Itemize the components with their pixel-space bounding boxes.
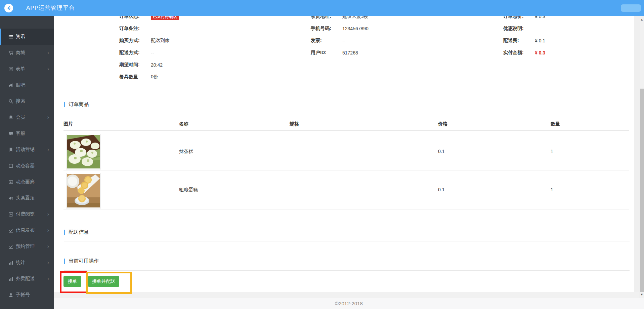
sidebar: 资讯 商城 › 表单 › 贴吧 搜索	[0, 16, 54, 309]
horizontal-scrollbar[interactable]	[54, 292, 639, 298]
section-accent-bar	[64, 259, 65, 264]
sidebar-item-statistics[interactable]: 统计 ›	[0, 255, 54, 271]
search-icon	[8, 99, 13, 104]
field-paid-amount: 实付金额: ¥ 0.3	[503, 47, 545, 59]
field-value: 20:42	[151, 62, 163, 68]
order-detail-panel: 订单状态: 已支付待确认 订单备注: 购买方式: 配送到家 配送方式: -- 期…	[54, 0, 634, 292]
sidebar-item-forms[interactable]: 表单 ›	[0, 61, 54, 77]
arrow-left-icon	[6, 6, 11, 10]
chevron-right-icon: ›	[47, 260, 49, 265]
scroll-down-arrow-icon[interactable]: ▼	[640, 292, 644, 297]
field-delivery-method: 配送方式: --	[119, 47, 179, 59]
chevron-right-icon: ›	[47, 66, 49, 72]
divider	[64, 113, 630, 113]
sidebar-item-marketing[interactable]: 活动营销 ›	[0, 142, 54, 158]
product-image-matcha	[66, 134, 101, 169]
section-title-goods: 订单商品	[64, 101, 89, 108]
sidebar-item-news[interactable]: 资讯	[0, 29, 54, 45]
chevron-right-icon: ›	[47, 50, 49, 55]
sidebar-item-dynamic-gallery[interactable]: 动态画廊	[0, 174, 54, 190]
app-window: 订单状态: 已支付待确认 订单备注: 购买方式: 配送到家 配送方式: -- 期…	[0, 0, 644, 309]
container-icon	[8, 163, 13, 168]
field-value: --	[151, 50, 154, 55]
sidebar-item-label: 会员	[16, 114, 25, 120]
sidebar-item-label: 头条置顶	[16, 195, 35, 201]
table-row-divider	[63, 170, 629, 170]
field-value: ¥ 0.1	[535, 38, 545, 43]
field-value: --	[342, 38, 345, 43]
sidebar-item-mall[interactable]: 商城 ›	[0, 45, 54, 61]
field-value: 0份	[151, 74, 158, 80]
field-invoice: 发票: --	[311, 35, 369, 47]
sidebar-item-label: 动态容器	[16, 163, 35, 169]
chevron-right-icon: ›	[47, 211, 49, 217]
product-name: 粗粮蛋糕	[179, 187, 198, 193]
table-bottom-divider	[63, 209, 629, 209]
app-title: APP运营管理平台	[26, 0, 75, 16]
col-header-qty: 数量	[551, 121, 560, 127]
sidebar-item-takeout-delivery[interactable]: 外卖配送 ›	[0, 271, 54, 287]
sidebar-item-info-publish[interactable]: 信息发布 ›	[0, 222, 54, 238]
col-header-price: 价格	[438, 121, 447, 127]
user-icon	[8, 292, 13, 298]
whole-grain-cake-photo	[67, 174, 100, 207]
section-title-text: 订单商品	[69, 101, 89, 108]
field-label: 优惠说明:	[503, 26, 535, 32]
section-title-text: 配送信息	[69, 229, 89, 235]
field-label: 订单备注:	[119, 26, 151, 32]
order-detail-col-2: 收货地址: 建设大厦3楼 手机号码: 1234567890 发票: -- 用户I…	[311, 10, 369, 59]
scroll-up-arrow-icon[interactable]: ▲	[640, 17, 644, 22]
paid-amount-value: ¥ 0.3	[535, 50, 545, 55]
sidebar-item-dynamic-container[interactable]: 动态容器	[0, 158, 54, 174]
field-label: 餐具数量:	[119, 74, 151, 80]
sidebar-item-label: 活动营销	[16, 147, 35, 153]
chevron-right-icon: ›	[47, 147, 49, 152]
accept-order-button[interactable]: 接单	[63, 276, 81, 287]
header-divider	[54, 0, 54, 16]
col-header-name: 名称	[179, 121, 188, 127]
order-detail-col-3: 订单总价: ¥ 0.3 优惠说明: 配送费: ¥ 0.1 实付金额: ¥ 0.3	[503, 10, 545, 59]
field-label: 配送费:	[503, 38, 535, 44]
chevron-right-icon: ›	[47, 228, 49, 233]
section-accent-bar	[64, 102, 65, 107]
delivery-icon	[8, 276, 13, 281]
sidebar-item-label: 外卖配送	[16, 276, 35, 282]
field-value: 517268	[342, 50, 358, 55]
header-user-chip[interactable]	[621, 4, 641, 12]
sidebar-item-label: 商城	[16, 50, 25, 56]
scrollbar-thumb[interactable]	[640, 88, 644, 292]
sidebar-item-headline-pin[interactable]: 头条置顶	[0, 190, 54, 206]
form-icon	[8, 66, 13, 72]
field-label: 配送方式:	[119, 50, 151, 56]
back-button[interactable]	[4, 4, 13, 12]
product-price: 0.1	[438, 187, 444, 192]
accept-and-deliver-button[interactable]: 接单并配送	[88, 276, 119, 287]
vertical-scrollbar[interactable]: ▲ ▼	[640, 16, 644, 298]
sidebar-item-paid-reading[interactable]: 付费阅览 ›	[0, 206, 54, 222]
inner-scrollbar-track[interactable]	[634, 16, 640, 298]
sidebar-item-booking[interactable]: 预约管理 ›	[0, 238, 54, 255]
sidebar-item-label: 子帐号	[16, 292, 30, 298]
sidebar-item-members[interactable]: 会员 ›	[0, 109, 54, 125]
sidebar-item-label: 贴吧	[16, 82, 25, 88]
sidebar-item-sub-accounts[interactable]: 子帐号	[0, 287, 54, 303]
section-title-actions: 当前可用操作	[64, 258, 99, 264]
sidebar-item-label: 表单	[16, 66, 25, 72]
field-expected-time: 期望时间: 20:42	[119, 59, 179, 71]
bookmark-icon	[8, 147, 13, 152]
sidebar-item-search[interactable]: 搜索	[0, 93, 54, 109]
gallery-icon	[8, 179, 13, 185]
section-title-text: 当前可用操作	[69, 258, 99, 264]
chat-icon	[8, 131, 13, 136]
field-buy-method: 购买方式: 配送到家	[119, 35, 179, 47]
sidebar-item-support[interactable]: 客服	[0, 125, 54, 142]
sidebar-item-forum[interactable]: 贴吧	[0, 77, 54, 93]
product-qty: 1	[551, 187, 553, 192]
field-tableware-count: 餐具数量: 0份	[119, 71, 179, 83]
sidebar-item-label: 信息发布	[16, 227, 35, 233]
page-footer: ©2012-2018	[54, 298, 644, 309]
field-phone: 手机号码: 1234567890	[311, 23, 369, 35]
bell-icon	[8, 115, 13, 120]
field-label: 实付金额:	[503, 50, 535, 56]
field-user-id: 用户ID: 517268	[311, 47, 369, 59]
